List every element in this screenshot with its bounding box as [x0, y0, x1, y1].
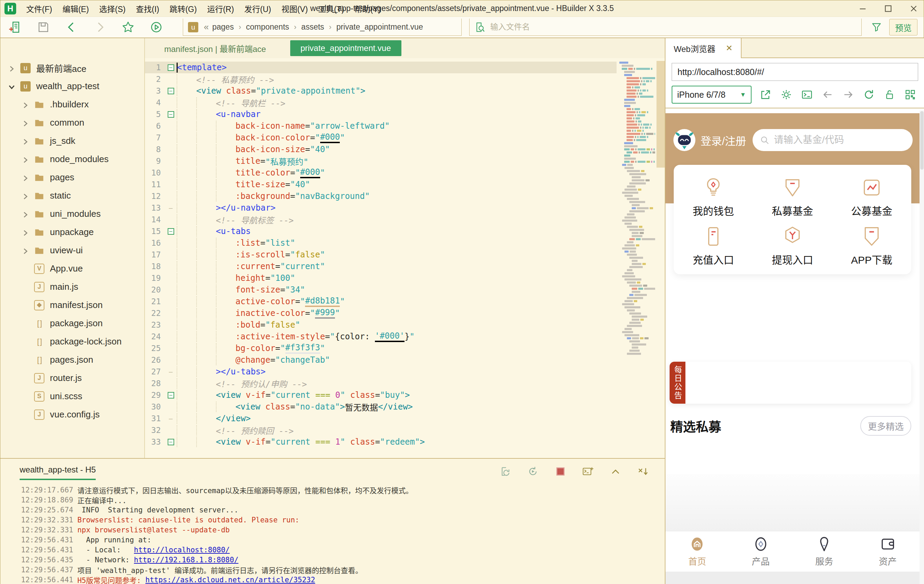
tree-item-manifest.json[interactable]: ❖manifest.json — [0, 296, 144, 314]
login-register-link[interactable]: 登录/注册 — [701, 132, 746, 148]
collapse-up-icon[interactable] — [610, 465, 621, 477]
editor-scrollbar[interactable] — [657, 61, 665, 168]
tree-item-router.js[interactable]: Jrouter.js — [0, 369, 144, 387]
fold-end-icon[interactable]: – — [165, 368, 177, 375]
chevron-right-icon[interactable] — [22, 119, 29, 127]
chevron-right-icon[interactable] — [8, 64, 15, 72]
grid-entry-提现入口[interactable]: 提现入口 — [753, 225, 832, 274]
browser-scrollbar[interactable] — [919, 111, 924, 584]
browser-tab-close-icon[interactable]: ✕ — [726, 43, 733, 53]
code-line-13[interactable]: 13–></u-navbar> — [145, 202, 617, 214]
fold-marker-icon[interactable]: – — [165, 392, 177, 399]
app-tab-资产[interactable]: 资产 — [856, 531, 920, 572]
code-line-19[interactable]: 19height="100" — [145, 272, 617, 284]
url-input[interactable] — [672, 63, 918, 81]
more-featured-button[interactable]: 更多精选 — [860, 416, 911, 436]
chevron-right-icon[interactable] — [22, 155, 29, 163]
code-line-17[interactable]: 17:is-scroll="false" — [145, 249, 617, 261]
code-line-1[interactable]: 1–<template> — [145, 62, 617, 73]
terminal-plus-icon[interactable] — [582, 465, 594, 477]
file-search-box[interactable] — [469, 18, 862, 36]
tree-item-最新前端ace[interactable]: u最新前端ace — [0, 59, 144, 77]
fold-end-icon[interactable]: – — [165, 415, 177, 422]
grid-entry-APP下载[interactable]: APP下载 — [832, 225, 911, 274]
code-line-11[interactable]: 11title-size="40" — [145, 178, 617, 190]
code-line-15[interactable]: 15–<u-tabs — [145, 225, 617, 237]
file-search-input[interactable] — [490, 22, 856, 32]
tree-item-uni.scss[interactable]: Suni.scss — [0, 387, 144, 406]
log-link[interactable]: http://localhost:8080/ — [134, 546, 229, 554]
chevron-right-icon[interactable] — [22, 137, 29, 145]
code-line-12[interactable]: 12:background="navBackground" — [145, 190, 617, 202]
code-line-2[interactable]: 2<!-- 私募预约 --> — [145, 73, 617, 85]
code-line-6[interactable]: 6back-icon-name="arrow-leftward" — [145, 120, 617, 132]
code-line-21[interactable]: 21active-color="#d8b181" — [145, 295, 617, 307]
fold-marker-icon[interactable]: – — [165, 439, 177, 445]
run-button[interactable] — [150, 21, 163, 34]
breadcrumb-item[interactable]: components — [246, 22, 289, 32]
tree-item-vue.config.js[interactable]: Jvue.config.js — [0, 406, 144, 424]
tree-item-pages[interactable]: pages — [0, 168, 144, 186]
tree-item-pages.json[interactable]: [ ]pages.json — [0, 351, 144, 369]
new-file-button[interactable] — [8, 21, 22, 34]
tree-item-App.vue[interactable]: VApp.vue — [0, 259, 144, 278]
code-line-28[interactable]: 28<!-- 预约认/申购 --> — [145, 378, 617, 389]
nav-back-button[interactable] — [65, 21, 78, 34]
clear-icon[interactable] — [637, 465, 649, 477]
code-line-3[interactable]: 3–<view class="private-appointment"> — [145, 85, 617, 97]
menu-选择[interactable]: 选择(S) — [94, 2, 131, 16]
tree-item-unpackage[interactable]: unpackage — [0, 223, 144, 241]
tree-item-package.json[interactable]: [ ]package.json — [0, 314, 144, 332]
tree-item-wealth_app-test[interactable]: uwealth_app-test — [0, 77, 144, 95]
chevron-right-icon[interactable] — [22, 101, 29, 109]
code-line-26[interactable]: 26@change="changeTab" — [145, 354, 617, 366]
code-line-5[interactable]: 5–<u-navbar — [145, 109, 617, 120]
close-icon[interactable] — [909, 3, 919, 14]
menu-查找[interactable]: 查找(I) — [131, 2, 165, 16]
grid-entry-公募基金[interactable]: 公募基金 — [832, 177, 911, 225]
code-line-25[interactable]: 25bg-color="#f3f3f3" — [145, 342, 617, 354]
app-tab-产品[interactable]: 产品 — [729, 531, 793, 572]
tree-item-uni_modules[interactable]: uni_modules — [0, 205, 144, 223]
app-tab-服务[interactable]: 服务 — [792, 531, 856, 572]
gear-icon[interactable] — [780, 89, 792, 101]
console-tab[interactable]: wealth_app-test - H5 — [20, 465, 96, 480]
code-line-29[interactable]: 29–<view v-if="current === 0" class="buy… — [145, 389, 617, 401]
code-line-27[interactable]: 27–></u-tabs> — [145, 366, 617, 378]
device-selector[interactable]: iPhone 6/7/8 ▼ — [672, 86, 752, 104]
tree-item-main.js[interactable]: Jmain.js — [0, 278, 144, 296]
menu-视图[interactable]: 视图(V) — [276, 2, 313, 16]
code-line-18[interactable]: 18:current="current" — [145, 261, 617, 272]
fold-marker-icon[interactable]: – — [165, 88, 177, 94]
menu-文件[interactable]: 文件(F) — [21, 2, 57, 16]
breadcrumb-item[interactable]: private_appointment.vue — [337, 22, 423, 32]
log-link[interactable]: http://192.168.1.8:8080/ — [134, 556, 238, 564]
tree-item-package-lock.json[interactable]: [ ]package-lock.json — [0, 332, 144, 351]
chevron-right-icon[interactable] — [22, 210, 29, 218]
back-icon[interactable] — [822, 89, 833, 101]
chevron-right-icon[interactable] — [22, 229, 29, 236]
code-line-30[interactable]: 30<view class="no-data">暂无数据</view> — [145, 401, 617, 412]
qrcode-icon[interactable] — [904, 89, 916, 101]
menu-发行[interactable]: 发行(U) — [239, 2, 276, 16]
code-line-22[interactable]: 22inactive-color="#999" — [145, 307, 617, 319]
fold-marker-icon[interactable]: – — [165, 64, 177, 71]
code-line-9[interactable]: 9title="私募预约" — [145, 155, 617, 167]
minimize-icon[interactable] — [858, 3, 868, 14]
grid-entry-私募基金[interactable]: 私募基金 — [753, 177, 832, 225]
editor-tab-private-appointment[interactable]: private_appointment.vue — [290, 40, 401, 56]
tree-item-common[interactable]: common — [0, 114, 144, 132]
tree-item-js_sdk[interactable]: js_sdk — [0, 132, 144, 150]
robot-avatar[interactable] — [673, 129, 696, 152]
code-line-16[interactable]: 16:list="list" — [145, 237, 617, 249]
refresh-icon[interactable] — [863, 89, 875, 101]
code-line-24[interactable]: 24:active-item-style="{color: '#000'}" — [145, 331, 617, 342]
code-line-33[interactable]: 33–<view v-if="current === 1" class="red… — [145, 436, 617, 448]
app-tab-首页[interactable]: 首页 — [665, 531, 729, 572]
code-line-7[interactable]: 7back-icon-color="#000" — [145, 132, 617, 144]
terminal-icon[interactable] — [801, 89, 813, 101]
lock-icon[interactable] — [884, 89, 896, 101]
grid-entry-我的钱包[interactable]: 我的钱包 — [674, 177, 753, 225]
tree-item-.hbuilderx[interactable]: .hbuilderx — [0, 95, 144, 114]
code-area[interactable]: 1–<template>2<!-- 私募预约 -->3–<view class=… — [145, 58, 617, 458]
